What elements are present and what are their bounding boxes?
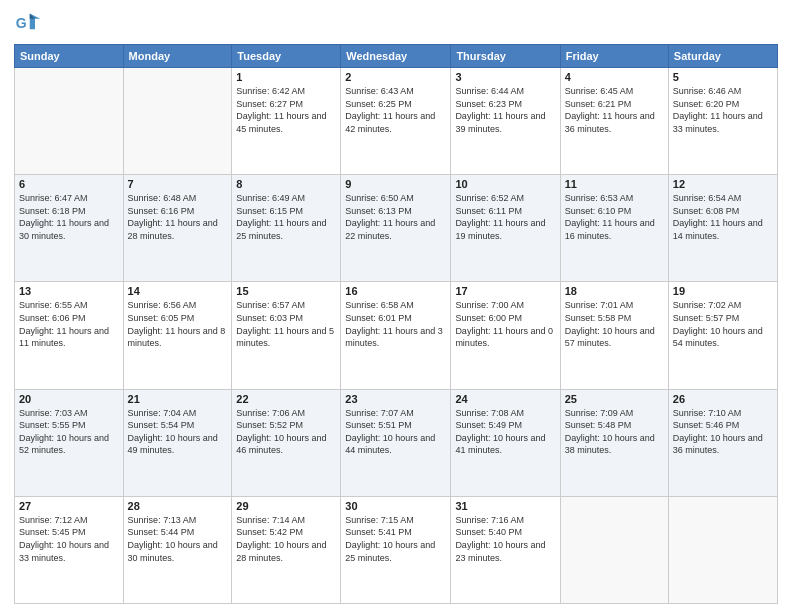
- day-number: 17: [455, 285, 555, 297]
- calendar-cell: 14Sunrise: 6:56 AM Sunset: 6:05 PM Dayli…: [123, 282, 232, 389]
- calendar-cell: 4Sunrise: 6:45 AM Sunset: 6:21 PM Daylig…: [560, 68, 668, 175]
- day-detail: Sunrise: 6:52 AM Sunset: 6:11 PM Dayligh…: [455, 192, 555, 242]
- day-detail: Sunrise: 7:00 AM Sunset: 6:00 PM Dayligh…: [455, 299, 555, 349]
- day-detail: Sunrise: 6:58 AM Sunset: 6:01 PM Dayligh…: [345, 299, 446, 349]
- day-number: 3: [455, 71, 555, 83]
- day-number: 5: [673, 71, 773, 83]
- day-number: 23: [345, 393, 446, 405]
- day-number: 25: [565, 393, 664, 405]
- header: G: [14, 10, 778, 38]
- logo-icon: G: [14, 10, 42, 38]
- day-detail: Sunrise: 6:54 AM Sunset: 6:08 PM Dayligh…: [673, 192, 773, 242]
- calendar-cell: 27Sunrise: 7:12 AM Sunset: 5:45 PM Dayli…: [15, 496, 124, 603]
- day-number: 26: [673, 393, 773, 405]
- calendar-week-row: 13Sunrise: 6:55 AM Sunset: 6:06 PM Dayli…: [15, 282, 778, 389]
- day-detail: Sunrise: 7:13 AM Sunset: 5:44 PM Dayligh…: [128, 514, 228, 564]
- calendar-cell: 11Sunrise: 6:53 AM Sunset: 6:10 PM Dayli…: [560, 175, 668, 282]
- calendar-header-wednesday: Wednesday: [341, 45, 451, 68]
- calendar-week-row: 27Sunrise: 7:12 AM Sunset: 5:45 PM Dayli…: [15, 496, 778, 603]
- day-detail: Sunrise: 7:15 AM Sunset: 5:41 PM Dayligh…: [345, 514, 446, 564]
- day-detail: Sunrise: 6:42 AM Sunset: 6:27 PM Dayligh…: [236, 85, 336, 135]
- calendar-cell: 28Sunrise: 7:13 AM Sunset: 5:44 PM Dayli…: [123, 496, 232, 603]
- calendar-week-row: 20Sunrise: 7:03 AM Sunset: 5:55 PM Dayli…: [15, 389, 778, 496]
- calendar-cell: 23Sunrise: 7:07 AM Sunset: 5:51 PM Dayli…: [341, 389, 451, 496]
- day-number: 4: [565, 71, 664, 83]
- day-number: 1: [236, 71, 336, 83]
- day-number: 8: [236, 178, 336, 190]
- day-number: 27: [19, 500, 119, 512]
- day-number: 29: [236, 500, 336, 512]
- calendar-cell: 13Sunrise: 6:55 AM Sunset: 6:06 PM Dayli…: [15, 282, 124, 389]
- day-detail: Sunrise: 6:55 AM Sunset: 6:06 PM Dayligh…: [19, 299, 119, 349]
- calendar-cell: 26Sunrise: 7:10 AM Sunset: 5:46 PM Dayli…: [668, 389, 777, 496]
- day-detail: Sunrise: 7:07 AM Sunset: 5:51 PM Dayligh…: [345, 407, 446, 457]
- calendar-cell: 29Sunrise: 7:14 AM Sunset: 5:42 PM Dayli…: [232, 496, 341, 603]
- day-detail: Sunrise: 7:12 AM Sunset: 5:45 PM Dayligh…: [19, 514, 119, 564]
- day-detail: Sunrise: 6:57 AM Sunset: 6:03 PM Dayligh…: [236, 299, 336, 349]
- calendar-cell: 1Sunrise: 6:42 AM Sunset: 6:27 PM Daylig…: [232, 68, 341, 175]
- logo: G: [14, 10, 46, 38]
- calendar-header-thursday: Thursday: [451, 45, 560, 68]
- calendar-cell: 7Sunrise: 6:48 AM Sunset: 6:16 PM Daylig…: [123, 175, 232, 282]
- day-detail: Sunrise: 7:09 AM Sunset: 5:48 PM Dayligh…: [565, 407, 664, 457]
- day-detail: Sunrise: 7:10 AM Sunset: 5:46 PM Dayligh…: [673, 407, 773, 457]
- day-detail: Sunrise: 7:02 AM Sunset: 5:57 PM Dayligh…: [673, 299, 773, 349]
- calendar-cell: 25Sunrise: 7:09 AM Sunset: 5:48 PM Dayli…: [560, 389, 668, 496]
- calendar-cell: 30Sunrise: 7:15 AM Sunset: 5:41 PM Dayli…: [341, 496, 451, 603]
- calendar-cell: 17Sunrise: 7:00 AM Sunset: 6:00 PM Dayli…: [451, 282, 560, 389]
- day-number: 15: [236, 285, 336, 297]
- day-detail: Sunrise: 6:50 AM Sunset: 6:13 PM Dayligh…: [345, 192, 446, 242]
- day-number: 6: [19, 178, 119, 190]
- day-number: 19: [673, 285, 773, 297]
- calendar-header-saturday: Saturday: [668, 45, 777, 68]
- calendar-cell: [15, 68, 124, 175]
- calendar-cell: 12Sunrise: 6:54 AM Sunset: 6:08 PM Dayli…: [668, 175, 777, 282]
- day-number: 13: [19, 285, 119, 297]
- day-detail: Sunrise: 7:04 AM Sunset: 5:54 PM Dayligh…: [128, 407, 228, 457]
- day-detail: Sunrise: 6:56 AM Sunset: 6:05 PM Dayligh…: [128, 299, 228, 349]
- day-number: 14: [128, 285, 228, 297]
- calendar-header-sunday: Sunday: [15, 45, 124, 68]
- day-number: 9: [345, 178, 446, 190]
- day-number: 28: [128, 500, 228, 512]
- day-number: 22: [236, 393, 336, 405]
- day-detail: Sunrise: 6:43 AM Sunset: 6:25 PM Dayligh…: [345, 85, 446, 135]
- day-number: 21: [128, 393, 228, 405]
- calendar-header-row: SundayMondayTuesdayWednesdayThursdayFrid…: [15, 45, 778, 68]
- day-detail: Sunrise: 7:16 AM Sunset: 5:40 PM Dayligh…: [455, 514, 555, 564]
- day-detail: Sunrise: 7:06 AM Sunset: 5:52 PM Dayligh…: [236, 407, 336, 457]
- calendar-cell: 20Sunrise: 7:03 AM Sunset: 5:55 PM Dayli…: [15, 389, 124, 496]
- day-number: 10: [455, 178, 555, 190]
- calendar-cell: 2Sunrise: 6:43 AM Sunset: 6:25 PM Daylig…: [341, 68, 451, 175]
- calendar: SundayMondayTuesdayWednesdayThursdayFrid…: [14, 44, 778, 604]
- calendar-week-row: 6Sunrise: 6:47 AM Sunset: 6:18 PM Daylig…: [15, 175, 778, 282]
- calendar-cell: 22Sunrise: 7:06 AM Sunset: 5:52 PM Dayli…: [232, 389, 341, 496]
- calendar-cell: 8Sunrise: 6:49 AM Sunset: 6:15 PM Daylig…: [232, 175, 341, 282]
- day-detail: Sunrise: 7:03 AM Sunset: 5:55 PM Dayligh…: [19, 407, 119, 457]
- day-number: 31: [455, 500, 555, 512]
- day-detail: Sunrise: 6:48 AM Sunset: 6:16 PM Dayligh…: [128, 192, 228, 242]
- day-number: 2: [345, 71, 446, 83]
- calendar-cell: 24Sunrise: 7:08 AM Sunset: 5:49 PM Dayli…: [451, 389, 560, 496]
- calendar-cell: 5Sunrise: 6:46 AM Sunset: 6:20 PM Daylig…: [668, 68, 777, 175]
- calendar-cell: 16Sunrise: 6:58 AM Sunset: 6:01 PM Dayli…: [341, 282, 451, 389]
- day-detail: Sunrise: 6:46 AM Sunset: 6:20 PM Dayligh…: [673, 85, 773, 135]
- day-number: 18: [565, 285, 664, 297]
- day-number: 24: [455, 393, 555, 405]
- day-number: 20: [19, 393, 119, 405]
- calendar-cell: 21Sunrise: 7:04 AM Sunset: 5:54 PM Dayli…: [123, 389, 232, 496]
- day-detail: Sunrise: 6:53 AM Sunset: 6:10 PM Dayligh…: [565, 192, 664, 242]
- day-number: 30: [345, 500, 446, 512]
- day-detail: Sunrise: 7:14 AM Sunset: 5:42 PM Dayligh…: [236, 514, 336, 564]
- calendar-cell: 3Sunrise: 6:44 AM Sunset: 6:23 PM Daylig…: [451, 68, 560, 175]
- calendar-cell: 19Sunrise: 7:02 AM Sunset: 5:57 PM Dayli…: [668, 282, 777, 389]
- calendar-header-monday: Monday: [123, 45, 232, 68]
- calendar-cell: [560, 496, 668, 603]
- calendar-cell: 10Sunrise: 6:52 AM Sunset: 6:11 PM Dayli…: [451, 175, 560, 282]
- day-number: 11: [565, 178, 664, 190]
- day-detail: Sunrise: 6:44 AM Sunset: 6:23 PM Dayligh…: [455, 85, 555, 135]
- day-number: 12: [673, 178, 773, 190]
- calendar-header-friday: Friday: [560, 45, 668, 68]
- day-detail: Sunrise: 7:08 AM Sunset: 5:49 PM Dayligh…: [455, 407, 555, 457]
- day-detail: Sunrise: 7:01 AM Sunset: 5:58 PM Dayligh…: [565, 299, 664, 349]
